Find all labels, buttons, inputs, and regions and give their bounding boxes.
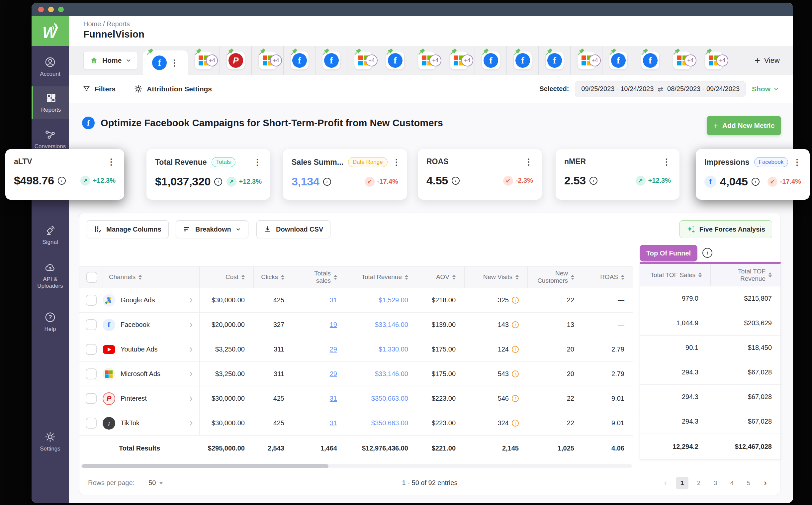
card-menu-kebab-icon[interactable]: ⋮ bbox=[525, 158, 533, 166]
info-icon[interactable]: i bbox=[752, 178, 760, 186]
report-tab-3-pinterest[interactable]: P bbox=[219, 46, 251, 75]
close-window-button[interactable] bbox=[38, 7, 44, 12]
tab-icon-chip[interactable]: f bbox=[546, 51, 564, 69]
maximize-window-button[interactable] bbox=[58, 7, 64, 12]
totals-sales-link[interactable]: 19 bbox=[330, 321, 337, 329]
report-tab-11-facebook[interactable]: f bbox=[474, 46, 506, 75]
column-header-cost[interactable]: Cost bbox=[200, 267, 253, 288]
totals-sales-link[interactable]: 29 bbox=[330, 346, 337, 353]
card-menu-kebab-icon[interactable]: ⋮ bbox=[253, 158, 262, 166]
report-tab-7-microsoft[interactable]: +4 bbox=[347, 46, 379, 75]
row-checkbox[interactable] bbox=[86, 368, 96, 379]
tab-icon-chip[interactable]: f bbox=[641, 51, 659, 69]
report-tab-2-microsoft[interactable]: +4 bbox=[188, 46, 219, 75]
report-tab-13-facebook[interactable]: f bbox=[538, 46, 570, 75]
show-toggle[interactable]: Show bbox=[752, 85, 779, 93]
top-of-funnel-info-icon[interactable]: i bbox=[702, 248, 713, 258]
pagination-page-4[interactable]: 4 bbox=[726, 477, 738, 489]
tab-icon-chip[interactable]: f bbox=[386, 51, 404, 69]
info-icon[interactable]: i bbox=[58, 177, 66, 185]
report-tab-1-facebook[interactable]: f⋮ bbox=[143, 46, 188, 75]
breadcrumb[interactable]: Home / Reports bbox=[83, 20, 793, 28]
totals-sales-link[interactable]: 31 bbox=[330, 296, 337, 304]
row-expand-chevron[interactable] bbox=[187, 419, 195, 427]
tab-icon-chip[interactable]: +4 bbox=[450, 51, 468, 69]
tab-icon-chip[interactable]: +4 bbox=[259, 51, 277, 69]
sidebar-item-account[interactable]: Account bbox=[31, 56, 69, 77]
sidebar-item-signal[interactable]: Signal bbox=[31, 224, 69, 245]
column-header-totals-sales[interactable]: Totals sales bbox=[293, 267, 346, 288]
row-checkbox[interactable] bbox=[86, 295, 96, 306]
row-checkbox[interactable] bbox=[86, 319, 96, 330]
tab-home[interactable]: Home bbox=[83, 51, 138, 70]
column-header-aov[interactable]: AOV bbox=[417, 267, 464, 288]
view-button[interactable]: + View bbox=[755, 55, 780, 66]
info-icon[interactable]: i bbox=[512, 370, 519, 377]
sidebar-item-conversions[interactable]: Conversions bbox=[31, 129, 69, 150]
info-icon[interactable]: i bbox=[512, 321, 519, 328]
report-tab-12-facebook[interactable]: f bbox=[506, 46, 538, 75]
report-tab-10-microsoft[interactable]: +4 bbox=[443, 46, 474, 75]
report-tab-18-microsoft[interactable]: +4 bbox=[698, 46, 730, 75]
row-expand-chevron[interactable] bbox=[187, 321, 195, 329]
row-checkbox[interactable] bbox=[86, 393, 96, 404]
info-icon[interactable]: i bbox=[590, 177, 597, 185]
card-menu-kebab-icon[interactable]: ⋮ bbox=[392, 158, 401, 166]
filters-button[interactable]: Filters bbox=[83, 85, 116, 93]
totals-sales-link[interactable]: 31 bbox=[330, 395, 337, 402]
report-tab-16-facebook[interactable]: f bbox=[634, 46, 666, 75]
info-icon[interactable]: i bbox=[512, 297, 519, 304]
column-header-roas[interactable]: ROAS bbox=[583, 267, 633, 288]
report-tab-5-facebook[interactable]: f bbox=[283, 46, 315, 75]
date-range-chip[interactable]: 09/25/2023 - 10/24/2023 ⇄ 08/25/2023 - 0… bbox=[575, 81, 746, 97]
column-header-channels[interactable]: Channels bbox=[103, 267, 200, 288]
column-header-new-customers[interactable]: New Customers bbox=[528, 267, 583, 288]
row-expand-chevron[interactable] bbox=[187, 297, 195, 304]
tab-icon-chip[interactable]: +4 bbox=[705, 51, 723, 69]
pagination-next-button[interactable]: › bbox=[759, 477, 772, 489]
column-header-clicks[interactable]: Clicks bbox=[253, 267, 293, 288]
row-expand-chevron[interactable] bbox=[187, 370, 195, 378]
column-header-total-revenue[interactable]: Total Revenue bbox=[346, 267, 417, 288]
tab-icon-chip[interactable]: f bbox=[290, 51, 309, 69]
report-tab-8-facebook[interactable]: f bbox=[379, 46, 411, 75]
tab-icon-chip[interactable]: +4 bbox=[195, 51, 213, 69]
card-menu-kebab-icon[interactable]: ⋮ bbox=[107, 158, 116, 166]
report-tab-17-microsoft[interactable]: +4 bbox=[666, 46, 698, 75]
report-tab-4-microsoft[interactable]: +4 bbox=[251, 46, 283, 75]
report-tab-15-facebook[interactable]: f bbox=[602, 46, 634, 75]
totals-sales-link[interactable]: 29 bbox=[330, 370, 337, 378]
tab-icon-chip[interactable]: +4 bbox=[578, 51, 595, 69]
row-checkbox[interactable] bbox=[86, 417, 96, 429]
row-expand-chevron[interactable] bbox=[187, 346, 195, 353]
tab-icon-chip[interactable]: P bbox=[227, 51, 245, 69]
minimize-window-button[interactable] bbox=[48, 7, 54, 12]
tab-icon-chip[interactable]: f bbox=[609, 51, 627, 69]
pagination-page-1[interactable]: 1 bbox=[676, 477, 688, 489]
card-menu-kebab-icon[interactable]: ⋮ bbox=[793, 158, 801, 166]
five-forces-analysis-button[interactable]: Five Forces Analysis bbox=[679, 220, 772, 238]
active-tab-surface[interactable]: f⋮ bbox=[143, 50, 188, 75]
tab-menu-kebab-icon[interactable]: ⋮ bbox=[170, 58, 179, 67]
info-icon[interactable]: i bbox=[512, 419, 519, 427]
manage-columns-button[interactable]: Manage Columns bbox=[87, 220, 169, 238]
totals-sales-link[interactable]: 31 bbox=[330, 419, 337, 427]
sidebar-item-help[interactable]: ?Help bbox=[31, 312, 69, 333]
select-all-checkbox[interactable] bbox=[86, 272, 97, 283]
add-new-metric-button[interactable]: + Add New Metric bbox=[707, 116, 781, 135]
pagination-page-3[interactable]: 3 bbox=[709, 477, 722, 489]
sidebar-item-api-uploaders[interactable]: API & Uploaders bbox=[31, 262, 69, 289]
tab-icon-chip[interactable]: +4 bbox=[673, 51, 691, 69]
info-icon[interactable]: i bbox=[452, 177, 460, 185]
sidebar-item-settings[interactable]: Settings bbox=[31, 431, 69, 452]
card-menu-kebab-icon[interactable]: ⋮ bbox=[662, 158, 671, 166]
tab-icon-chip[interactable]: +4 bbox=[354, 51, 372, 69]
attribution-settings-button[interactable]: Attribution Settings bbox=[134, 85, 212, 93]
column-header-total-tof-revenue[interactable]: Total TOF Revenue bbox=[710, 264, 781, 286]
download-csv-button[interactable]: Download CSV bbox=[256, 220, 331, 238]
column-header-total-tof-sales[interactable]: Total TOF Sales bbox=[640, 264, 710, 286]
report-tab-9-microsoft[interactable]: +4 bbox=[411, 46, 443, 75]
horizontal-scrollbar-thumb[interactable] bbox=[82, 464, 329, 468]
tab-icon-chip[interactable]: f bbox=[514, 51, 532, 69]
pagination-page-2[interactable]: 2 bbox=[692, 477, 705, 489]
